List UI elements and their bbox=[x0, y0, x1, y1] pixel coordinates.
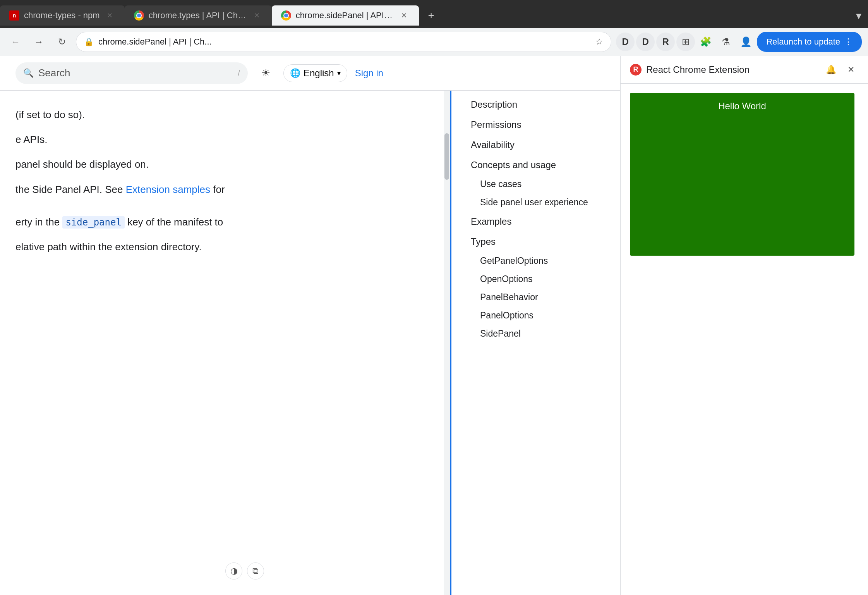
relaunch-menu-icon: ⋮ bbox=[844, 37, 853, 47]
toc-item-use-cases[interactable]: Use cases bbox=[471, 175, 605, 193]
dark-mode-button[interactable]: ◑ bbox=[225, 562, 242, 580]
doc-bottom-actions: ◑ ⧉ bbox=[225, 562, 264, 580]
side-panel-content: Hello World bbox=[621, 84, 868, 595]
side-panel-title: React Chrome Extension bbox=[646, 64, 818, 75]
toc-item-openoptions[interactable]: OpenOptions bbox=[471, 270, 605, 288]
toc-item-concepts[interactable]: Concepts and usage bbox=[471, 155, 605, 175]
copy-icon: ⧉ bbox=[252, 566, 259, 576]
d2-extension-button[interactable]: D bbox=[636, 33, 655, 51]
search-placeholder: Search bbox=[38, 67, 70, 79]
doc-line-6: elative path within the extension direct… bbox=[15, 238, 348, 255]
sun-icon: ☀ bbox=[261, 67, 270, 79]
tab-sidepanel-close[interactable]: ✕ bbox=[399, 10, 410, 21]
doc-content: (if set to do so). e APIs. panel should … bbox=[15, 106, 348, 255]
d-icon: D bbox=[622, 36, 629, 47]
extension-samples-link[interactable]: Extension samples bbox=[126, 184, 210, 195]
toc-item-getpaneloptions[interactable]: GetPanelOptions bbox=[471, 252, 605, 270]
ext-icon: ⊞ bbox=[682, 36, 690, 47]
toc-item-examples[interactable]: Examples bbox=[471, 212, 605, 232]
toc-item-permissions[interactable]: Permissions bbox=[471, 115, 605, 135]
tab-sidepanel-favicon bbox=[281, 10, 291, 21]
page-area: 🔍 Search / ☀ 🌐 English ▾ Sign in (if set… bbox=[0, 56, 868, 595]
tab-chrome-types-favicon bbox=[134, 10, 144, 21]
r-extension-button[interactable]: R bbox=[656, 33, 675, 51]
tab-chrome-types-title: chrome.types | API | Chrom... bbox=[149, 10, 247, 21]
flask-button[interactable]: ⚗ bbox=[717, 33, 735, 51]
copy-button[interactable]: ⧉ bbox=[247, 562, 264, 580]
side-panel-code: side_panel bbox=[62, 216, 125, 229]
toc-item-paneloptions[interactable]: PanelOptions bbox=[471, 306, 605, 325]
account-icon: 👤 bbox=[740, 36, 752, 47]
toc-sidebar: On this page Description Permissions Ava… bbox=[450, 56, 620, 595]
tab-sidepanel-title: chrome.sidePanel | API | Ch... bbox=[296, 10, 394, 21]
search-shortcut: / bbox=[238, 68, 240, 78]
toc-item-panelbehavior[interactable]: PanelBehavior bbox=[471, 288, 605, 306]
tab-bar: n chrome-types - npm ✕ chrome.types | AP… bbox=[0, 0, 868, 28]
relaunch-label: Relaunch to update bbox=[766, 37, 840, 47]
tab-npm-close[interactable]: ✕ bbox=[105, 10, 115, 21]
language-selector[interactable]: 🌐 English ▾ bbox=[283, 64, 347, 82]
puzzle-icon: 🧩 bbox=[700, 36, 712, 47]
forward-button[interactable]: → bbox=[29, 33, 48, 51]
doc-line-4: the Side Panel API. See Extension sample… bbox=[15, 181, 348, 198]
back-button[interactable]: ← bbox=[6, 33, 25, 51]
navigation-toolbar: ← → ↻ 🔒 ☆ D D R ⊞ 🧩 ⚗ bbox=[0, 28, 868, 56]
chevron-down-icon: ▾ bbox=[337, 69, 341, 77]
active-extension-button[interactable]: ⊞ bbox=[676, 33, 695, 51]
lock-icon: 🔒 bbox=[84, 37, 94, 46]
r-icon: R bbox=[662, 36, 669, 47]
side-panel-favicon: R bbox=[630, 64, 642, 76]
close-icon: ✕ bbox=[847, 65, 854, 75]
doc-line-3: panel should be displayed on. bbox=[15, 156, 348, 173]
toc-item-description[interactable]: Description bbox=[471, 95, 605, 115]
site-header: 🔍 Search / ☀ 🌐 English ▾ Sign in bbox=[0, 56, 620, 91]
side-panel-header: R React Chrome Extension 🔔 ✕ bbox=[621, 56, 868, 84]
tab-list-button[interactable]: ▾ bbox=[849, 6, 868, 25]
doc-line-2: e APIs. bbox=[15, 131, 348, 148]
tab-npm-favicon: n bbox=[9, 10, 19, 21]
tab-npm[interactable]: n chrome-types - npm ✕ bbox=[0, 5, 125, 26]
bookmark-icon[interactable]: ☆ bbox=[595, 37, 603, 47]
extensions-button[interactable]: 🧩 bbox=[696, 33, 715, 51]
d2-icon: D bbox=[642, 36, 649, 47]
side-panel-bell-button[interactable]: 🔔 bbox=[823, 62, 839, 77]
address-bar[interactable]: 🔒 ☆ bbox=[76, 32, 611, 52]
tab-chrome-types[interactable]: chrome.types | API | Chrom... ✕ bbox=[125, 5, 272, 26]
reload-button[interactable]: ↻ bbox=[53, 33, 71, 51]
relaunch-button[interactable]: Relaunch to update ⋮ bbox=[757, 32, 862, 52]
dark-mode-icon: ◑ bbox=[230, 566, 238, 576]
scrollbar-thumb[interactable] bbox=[444, 133, 449, 180]
toc-item-availability[interactable]: Availability bbox=[471, 135, 605, 155]
toc-item-types[interactable]: Types bbox=[471, 232, 605, 252]
signin-button[interactable]: Sign in bbox=[355, 68, 383, 79]
toc-item-sidepanel[interactable]: SidePanel bbox=[471, 325, 605, 343]
d-extension-button[interactable]: D bbox=[616, 33, 635, 51]
tab-chrome-types-close[interactable]: ✕ bbox=[252, 10, 262, 21]
new-tab-button[interactable]: + bbox=[422, 6, 441, 25]
tab-npm-title: chrome-types - npm bbox=[24, 10, 100, 21]
bell-icon: 🔔 bbox=[826, 65, 836, 75]
search-icon: 🔍 bbox=[23, 68, 34, 78]
doc-main: (if set to do so). e APIs. panel should … bbox=[0, 56, 450, 595]
search-bar[interactable]: 🔍 Search / bbox=[15, 62, 248, 84]
language-label: English bbox=[304, 68, 334, 79]
hello-world-label: Hello World bbox=[718, 101, 766, 112]
toolbar-actions: D D R ⊞ 🧩 ⚗ 👤 Relaunch to update ⋮ bbox=[616, 32, 862, 52]
globe-icon: 🌐 bbox=[290, 68, 300, 78]
browser-chrome: n chrome-types - npm ✕ chrome.types | AP… bbox=[0, 0, 868, 56]
theme-toggle-button[interactable]: ☀ bbox=[256, 63, 276, 83]
tab-sidepanel[interactable]: chrome.sidePanel | API | Ch... ✕ bbox=[272, 5, 419, 26]
address-input[interactable] bbox=[98, 37, 591, 47]
side-panel-close-button[interactable]: ✕ bbox=[843, 62, 859, 77]
flask-icon: ⚗ bbox=[722, 36, 730, 47]
scrollbar-track bbox=[444, 56, 450, 595]
doc-line-5: erty in the side_panel key of the manife… bbox=[15, 213, 348, 230]
chrome-side-panel: R React Chrome Extension 🔔 ✕ Hello World bbox=[620, 56, 868, 595]
hello-world-box: Hello World bbox=[630, 93, 854, 256]
toc-item-user-experience[interactable]: Side panel user experience bbox=[471, 193, 605, 212]
account-button[interactable]: 👤 bbox=[737, 33, 755, 51]
doc-line-1: (if set to do so). bbox=[15, 106, 348, 123]
